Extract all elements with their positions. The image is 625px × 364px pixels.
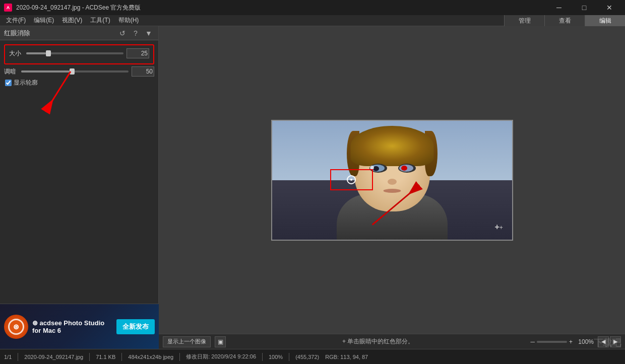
close-button[interactable]: ✕ bbox=[598, 0, 621, 15]
app-icon: A bbox=[4, 4, 12, 12]
status-bar: 显示上一个图像 ▣ + 单击眼睛中的红色部分。 ─ + 100% ◀ ▶ bbox=[159, 334, 625, 349]
tool-header-icons: ↺ ? ▼ bbox=[117, 28, 154, 39]
status-hint: + 单击眼睛中的红色部分。 bbox=[230, 337, 526, 346]
ad-banner: ⊛ ⊛ acdsee Photo Studio for Mac 6 全新发布 bbox=[0, 304, 159, 349]
tab-view[interactable]: 查看 bbox=[544, 15, 585, 26]
zoom-minus-icon: ─ bbox=[530, 338, 535, 345]
file-rgb: RGB: 113, 94, 87 bbox=[325, 354, 368, 360]
divider-5 bbox=[262, 353, 263, 361]
ad-text: ⊛ acdsee Photo Studio for Mac 6 bbox=[32, 319, 112, 334]
help-icon-btn[interactable]: ? bbox=[130, 28, 141, 39]
show-contour-checkbox[interactable] bbox=[5, 80, 12, 86]
darken-slider-container bbox=[21, 67, 129, 76]
ad-logo-inner: ⊛ bbox=[8, 319, 24, 335]
divider-3 bbox=[121, 353, 122, 361]
divider-6 bbox=[289, 353, 289, 361]
ad-title: ⊛ acdsee Photo Studio for Mac 6 bbox=[32, 319, 112, 334]
menu-view[interactable]: 视图(V) bbox=[58, 15, 86, 26]
file-status-bar: 1/1 2020-09-24_092147.jpg 71.1 KB 484x24… bbox=[0, 349, 625, 364]
restore-button[interactable]: □ bbox=[573, 0, 596, 15]
menu-file[interactable]: 文件(F) bbox=[2, 15, 30, 26]
size-slider-track[interactable] bbox=[26, 52, 123, 54]
zoom-plus-icon: + bbox=[569, 338, 573, 345]
darken-slider-track[interactable] bbox=[21, 70, 129, 72]
svg-line-1 bbox=[45, 71, 71, 112]
window-controls: ─ □ ✕ bbox=[547, 0, 621, 15]
darken-slider-thumb[interactable] bbox=[70, 68, 75, 75]
controls-area: 大小 调暗 bbox=[0, 40, 158, 334]
file-modified: 修改日期: 2020/9/24 9:22:06 bbox=[186, 353, 256, 360]
minimize-button[interactable]: ─ bbox=[547, 0, 571, 15]
window-title: 2020-09-24_092147.jpg - ACDSee 官方免费版 bbox=[16, 4, 543, 12]
file-coords: (455,372) bbox=[295, 354, 319, 360]
zoom-controls: ─ + 100% bbox=[530, 338, 594, 345]
show-contour-row: 显示轮廓 bbox=[4, 79, 154, 87]
main-area: + bbox=[159, 26, 625, 334]
zoom-level: 100% bbox=[575, 338, 594, 345]
darken-slider-fill bbox=[21, 70, 70, 72]
file-size: 71.1 KB bbox=[96, 354, 115, 360]
size-value-input[interactable] bbox=[127, 48, 149, 58]
menu-help[interactable]: 帮助(H) bbox=[114, 15, 143, 26]
crosshair-cursor: + bbox=[495, 223, 502, 230]
darken-value-input[interactable] bbox=[132, 66, 154, 77]
menu-tools[interactable]: 工具(T) bbox=[86, 15, 114, 26]
tool-header: 红眼消除 ↺ ? ▼ bbox=[0, 26, 158, 40]
zoom-status: 100% bbox=[269, 354, 283, 360]
darken-label: 调暗 bbox=[4, 67, 18, 76]
size-slider-fill bbox=[26, 52, 46, 54]
prev-image-button[interactable]: 显示上一个图像 bbox=[163, 336, 211, 347]
eye-cursor bbox=[347, 175, 356, 184]
file-position: 1/1 bbox=[4, 354, 12, 360]
image-frame: + bbox=[271, 120, 513, 241]
title-bar: A 2020-09-24_092147.jpg - ACDSee 官方免费版 ─… bbox=[0, 0, 625, 15]
child-portrait: + bbox=[272, 121, 512, 240]
file-name: 2020-09-24_092147.jpg bbox=[24, 354, 83, 360]
divider-2 bbox=[89, 353, 90, 361]
tool-title: 红眼消除 bbox=[4, 29, 117, 38]
tab-manage[interactable]: 管理 bbox=[504, 15, 544, 26]
size-control-box: 大小 bbox=[4, 44, 154, 64]
eye-selection-box bbox=[330, 169, 373, 190]
size-slider-container bbox=[26, 49, 123, 57]
ad-content: ⊛ ⊛ acdsee Photo Studio for Mac 6 全新发布 bbox=[0, 304, 159, 349]
watermark: 下载吧 bbox=[594, 337, 621, 349]
left-panel: 红眼消除 ↺ ? ▼ 大小 调暗 bbox=[0, 26, 159, 334]
ad-logo: ⊛ bbox=[4, 315, 28, 339]
divider-1 bbox=[18, 353, 18, 361]
zoom-slider[interactable] bbox=[537, 341, 567, 343]
darken-control-row: 调暗 bbox=[4, 66, 154, 77]
prev-image-icon-btn[interactable]: ▣ bbox=[215, 336, 226, 347]
tab-edit[interactable]: 编辑 bbox=[585, 15, 625, 26]
top-tabs: 管理 查看 编辑 bbox=[504, 15, 625, 26]
dropdown-icon-btn[interactable]: ▼ bbox=[143, 28, 154, 39]
file-dimensions: 484x241x24b jpeg bbox=[128, 354, 173, 360]
menu-edit[interactable]: 编辑(E) bbox=[30, 15, 58, 26]
size-slider-thumb[interactable] bbox=[46, 50, 51, 56]
divider-4 bbox=[179, 353, 180, 361]
size-label: 大小 bbox=[9, 49, 23, 58]
size-control-row: 大小 bbox=[9, 48, 149, 58]
show-contour-label[interactable]: 显示轮廓 bbox=[14, 79, 38, 87]
ad-button[interactable]: 全新发布 bbox=[116, 319, 155, 334]
refresh-icon-btn[interactable]: ↺ bbox=[117, 28, 128, 39]
